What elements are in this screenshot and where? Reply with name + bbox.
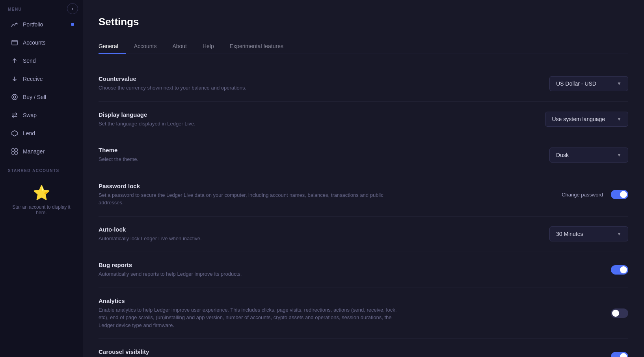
display-language-value: Use system language xyxy=(552,116,605,122)
sidebar-item-label: Send xyxy=(23,58,36,64)
svg-point-4 xyxy=(12,94,17,100)
toggle-knob xyxy=(620,191,627,198)
carousel-visibility-toggle[interactable] xyxy=(611,352,628,357)
theme-dropdown[interactable]: Dusk ▼ xyxy=(549,148,628,163)
countervalue-value: US Dollar - USD xyxy=(556,80,596,87)
svg-rect-9 xyxy=(12,152,14,154)
countervalue-row: Countervalue Choose the currency shown n… xyxy=(99,66,628,102)
buy-sell-icon xyxy=(11,93,18,101)
sidebar-item-label: Buy / Sell xyxy=(23,94,46,100)
sidebar-item-label: Accounts xyxy=(23,39,46,46)
portfolio-icon xyxy=(11,21,18,28)
toggle-knob xyxy=(620,353,627,357)
sidebar-item-accounts[interactable]: Accounts xyxy=(3,34,80,51)
analytics-title: Analytics xyxy=(99,297,406,304)
auto-lock-value: 30 Minutes xyxy=(556,231,583,237)
display-language-title: Display language xyxy=(99,111,406,118)
auto-lock-dropdown[interactable]: 30 Minutes ▼ xyxy=(549,226,628,241)
svg-marker-6 xyxy=(12,131,17,136)
sidebar-item-buy-sell[interactable]: Buy / Sell xyxy=(3,89,80,105)
theme-desc: Select the theme. xyxy=(99,155,406,163)
analytics-desc: Enable analytics to help Ledger improve … xyxy=(99,306,406,329)
sidebar-item-send[interactable]: Send xyxy=(3,52,80,69)
back-button[interactable]: ‹ xyxy=(67,3,78,14)
notification-dot xyxy=(71,23,74,26)
analytics-toggle[interactable] xyxy=(611,308,628,318)
manager-icon xyxy=(11,148,18,155)
tab-help[interactable]: Help xyxy=(195,39,222,54)
toggle-knob xyxy=(620,266,627,273)
countervalue-dropdown[interactable]: US Dollar - USD ▼ xyxy=(549,76,628,91)
bug-reports-title: Bug reports xyxy=(99,262,406,268)
password-lock-toggle[interactable] xyxy=(611,190,628,199)
chevron-down-icon: ▼ xyxy=(617,81,622,86)
starred-empty-text: Star an account to display it here. xyxy=(8,204,75,215)
auto-lock-row: Auto-lock Automatically lock Ledger Live… xyxy=(99,217,628,252)
send-icon xyxy=(11,57,18,64)
settings-panel: Settings General Accounts About Help Exp… xyxy=(83,0,644,357)
svg-rect-7 xyxy=(12,149,14,151)
lend-icon xyxy=(11,130,18,137)
carousel-visibility-row: Carousel visibility Enable visibility of… xyxy=(99,339,628,357)
sidebar-item-label: Portfolio xyxy=(23,21,43,28)
tab-general[interactable]: General xyxy=(99,39,126,54)
swap-icon xyxy=(11,112,18,119)
sidebar-item-lend[interactable]: Lend xyxy=(3,125,80,142)
star-icon: ⭐ xyxy=(33,185,50,201)
receive-icon xyxy=(11,75,18,82)
page-title: Settings xyxy=(99,16,628,28)
toggle-knob xyxy=(612,310,619,317)
svg-rect-0 xyxy=(12,40,17,45)
tab-about[interactable]: About xyxy=(164,39,195,54)
starred-empty: ⭐ Star an account to display it here. xyxy=(0,177,83,223)
chevron-down-icon: ▼ xyxy=(617,116,622,122)
password-lock-desc: Set a password to secure the Ledger Live… xyxy=(99,191,406,207)
starred-accounts-label: STARRED ACCOUNTS xyxy=(0,161,83,177)
carousel-visibility-title: Carousel visibility xyxy=(99,348,406,355)
sidebar-item-label: Receive xyxy=(23,76,43,82)
password-lock-title: Password lock xyxy=(99,183,406,189)
tab-experimental[interactable]: Experimental features xyxy=(222,39,291,54)
bug-reports-row: Bug reports Automatically send reports t… xyxy=(99,252,628,288)
display-language-dropdown[interactable]: Use system language ▼ xyxy=(545,112,628,127)
svg-point-5 xyxy=(13,96,16,98)
sidebar-item-receive[interactable]: Receive xyxy=(3,71,80,87)
sidebar-item-manager[interactable]: Manager xyxy=(3,143,80,160)
analytics-row: Analytics Enable analytics to help Ledge… xyxy=(99,288,628,339)
display-language-row: Display language Set the language displa… xyxy=(99,102,628,138)
svg-rect-8 xyxy=(15,149,17,151)
sidebar-item-label: Manager xyxy=(23,148,45,155)
display-language-desc: Set the language displayed in Ledger Liv… xyxy=(99,120,406,128)
bug-reports-desc: Automatically send reports to help Ledge… xyxy=(99,270,406,278)
password-lock-row: Password lock Set a password to secure t… xyxy=(99,173,628,217)
sidebar: MENU Portfolio Accounts Send xyxy=(0,0,83,357)
theme-row: Theme Select the theme. Dusk ▼ xyxy=(99,137,628,173)
theme-value: Dusk xyxy=(556,152,569,158)
sidebar-item-label: Swap xyxy=(23,112,37,118)
svg-rect-10 xyxy=(15,152,17,154)
chevron-down-icon: ▼ xyxy=(617,231,622,237)
accounts-icon xyxy=(11,39,18,46)
countervalue-desc: Choose the currency shown next to your b… xyxy=(99,84,406,92)
bug-reports-toggle[interactable] xyxy=(611,265,628,275)
sidebar-item-portfolio[interactable]: Portfolio xyxy=(3,16,80,33)
sidebar-item-label: Lend xyxy=(23,130,35,136)
change-password-button[interactable]: Change password xyxy=(558,190,606,199)
main-content: Settings General Accounts About Help Exp… xyxy=(83,0,644,357)
settings-tabs: General Accounts About Help Experimental… xyxy=(99,39,628,54)
theme-title: Theme xyxy=(99,147,406,153)
auto-lock-title: Auto-lock xyxy=(99,226,406,233)
tab-accounts[interactable]: Accounts xyxy=(126,39,165,54)
countervalue-title: Countervalue xyxy=(99,75,406,82)
sidebar-item-swap[interactable]: Swap xyxy=(3,107,80,123)
chevron-down-icon: ▼ xyxy=(617,152,622,158)
auto-lock-desc: Automatically lock Ledger Live when inac… xyxy=(99,235,406,243)
